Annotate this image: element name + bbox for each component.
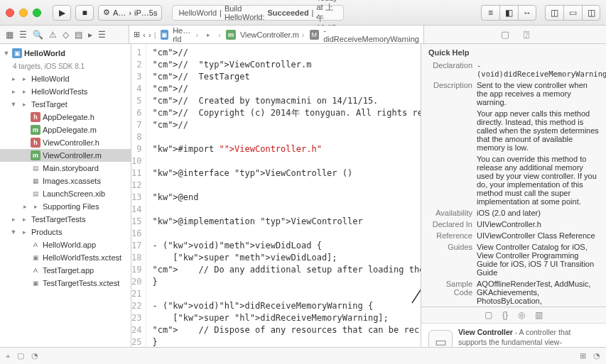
qh-reference-label: Reference	[428, 231, 472, 240]
filter-recent-icon[interactable]: ◔	[31, 351, 38, 360]
close-window-icon[interactable]	[6, 9, 14, 17]
qh-declaredin-label: Declared In	[428, 220, 472, 228]
inspector-tabs: ▢ ⍰	[424, 26, 606, 43]
grid-view-icon[interactable]: ⊞	[580, 351, 586, 360]
toggle-utilities-button[interactable]: ◫	[582, 5, 600, 21]
project-navigator[interactable]: ▼▣ HelloWorld 4 targets, iOS SDK 8.1 ▸▸H…	[0, 44, 131, 347]
add-button[interactable]: +	[6, 352, 10, 360]
qh-declaration: - (void)didReceiveMemoryWarning	[477, 61, 606, 78]
source-editor[interactable]: 1 2 3 4 5 6 7 8 9 10 11 12 13 14 15 16 1…	[131, 44, 421, 347]
related-items-icon[interactable]: ⊞	[134, 30, 140, 39]
qh-description2: Your app never calls this method directl…	[477, 109, 599, 152]
qh-declaredin: UIViewController.h	[477, 220, 599, 228]
scheme-app: A…	[113, 9, 126, 17]
tree-group[interactable]: ▸▸HelloWorldTests	[0, 85, 131, 98]
filter-field-icon[interactable]: ◔	[593, 351, 600, 360]
utilities-inspector: Quick Help Declaration- (void)didReceive…	[421, 44, 606, 347]
crumb-project-icon: ▣	[161, 30, 168, 40]
object-library-icon[interactable]: ◎	[518, 310, 525, 320]
code-area[interactable]: "cm">// "cm">// "typ">ViewController.m "…	[146, 44, 421, 347]
breakpoint-navigator-icon[interactable]: ▸	[88, 30, 92, 40]
qh-availability: iOS (2.0 and later)	[477, 209, 599, 217]
standard-editor-button[interactable]: ≡	[481, 5, 499, 21]
quick-help-inspector-icon[interactable]: ⍰	[524, 29, 529, 40]
activity-status: HelloWorld | Build HelloWorld: Succeeded…	[172, 5, 343, 21]
library-tabs: ▢ {} ◎ ▥	[421, 307, 606, 323]
tree-group[interactable]: ▼▸TestTarget	[0, 98, 131, 111]
tree-file[interactable]: ▣HelloWorldTests.xctest	[0, 251, 131, 264]
tree-file[interactable]: ▸▸Supporting Files	[0, 200, 131, 213]
editor-mode-group: ≡ ◧ ↔	[481, 5, 536, 21]
scheme-selector[interactable]: ⚙ A… › iP…5s	[98, 5, 162, 21]
code-snippet-library-icon[interactable]: {}	[502, 310, 508, 320]
tree-file[interactable]: AHelloWorld.app	[0, 238, 131, 251]
project-navigator-icon[interactable]: ▦	[6, 30, 13, 40]
status-project: HelloWorld	[178, 9, 217, 17]
navigator-tabs: ▦ ☰ 🔍 ⚠ ◇ ▤ ▸ ☰	[0, 26, 129, 43]
qh-description: Sent to the view controller when the app…	[477, 81, 599, 106]
tree-group[interactable]: ▼▸Products	[0, 226, 131, 238]
tree-file[interactable]: ▤Main.storyboard	[0, 162, 131, 175]
toggle-navigator-button[interactable]: ◫	[545, 5, 563, 21]
crumb-method-icon: M	[310, 30, 320, 40]
crumb-file-icon: m	[226, 30, 236, 40]
qh-samplecode: AQOfflineRenderTest, AddMusic, GKAchieve…	[477, 280, 599, 305]
file-inspector-icon[interactable]: ▢	[501, 29, 509, 40]
media-library-icon[interactable]: ▥	[535, 310, 543, 320]
app-icon: ⚙	[103, 8, 110, 17]
scheme-destination: iP…5s	[134, 9, 157, 17]
crumb-file[interactable]: ViewController.m	[240, 31, 299, 39]
file-template-library-icon[interactable]: ▢	[485, 310, 492, 320]
crumb-folder-icon: ▸	[203, 30, 213, 40]
find-navigator-icon[interactable]: 🔍	[33, 30, 43, 40]
log-navigator-icon[interactable]: ☰	[98, 30, 106, 40]
panel-toggle-group: ◫ ▭ ◫	[545, 5, 600, 21]
qh-declaration-label: Declaration	[428, 61, 472, 78]
assistant-editor-button[interactable]: ◧	[499, 5, 518, 21]
qh-reference: UIViewController Class Reference	[477, 231, 599, 240]
library-item-icon: ▭	[428, 330, 453, 347]
tree-group[interactable]: ▸▸TestTargetTests	[0, 213, 131, 226]
stop-button[interactable]: ■	[75, 5, 94, 21]
line-gutter: 1 2 3 4 5 6 7 8 9 10 11 12 13 14 15 16 1…	[131, 44, 146, 347]
bottom-bar: + ▢ ◔ ⊞ ◔	[0, 347, 606, 364]
tree-file[interactable]: ▣TestTargetTests.xctest	[0, 277, 131, 289]
chevron-right-icon: ›	[129, 9, 131, 17]
crumb-project[interactable]: He…rld	[173, 26, 193, 43]
crumb-symbol[interactable]: -didReceiveMemoryWarning	[323, 26, 419, 43]
tree-file[interactable]: ▤LaunchScreen.xib	[0, 187, 131, 200]
jump-bar[interactable]: ⊞ ‹ › | ▣He…rld › ▸ › mViewController.m …	[129, 26, 424, 43]
secondary-toolbar: ▦ ☰ 🔍 ⚠ ◇ ▤ ▸ ☰ ⊞ ‹ › | ▣He…rld › ▸ › mV…	[0, 26, 606, 44]
qh-guides: View Controller Catalog for iOS, View Co…	[477, 243, 599, 277]
library-item[interactable]: ▭View Controller - A controller that sup…	[421, 323, 606, 347]
status-build-label: Build HelloWorld:	[224, 4, 265, 21]
qh-description3: You can override this method to release …	[477, 155, 599, 206]
minimize-window-icon[interactable]	[19, 9, 28, 17]
tree-file[interactable]: hAppDelegate.h	[0, 111, 131, 123]
main-area: ▼▣ HelloWorld 4 targets, iOS SDK 8.1 ▸▸H…	[0, 44, 606, 347]
debug-navigator-icon[interactable]: ▤	[75, 30, 82, 40]
tree-file[interactable]: hViewController.h	[0, 136, 131, 149]
project-name: HelloWorld	[24, 49, 65, 57]
forward-button[interactable]: ›	[148, 31, 151, 39]
run-button[interactable]: ▶	[53, 5, 71, 21]
tree-group[interactable]: ▸▸HelloWorld	[0, 72, 131, 85]
traffic-lights	[6, 9, 41, 17]
project-subtitle: 4 targets, iOS SDK 8.1	[13, 62, 85, 70]
qh-description-label: Description	[428, 81, 472, 106]
project-root-row[interactable]: ▼▣ HelloWorld	[0, 47, 131, 60]
symbol-navigator-icon[interactable]: ☰	[19, 30, 27, 40]
version-editor-button[interactable]: ↔	[518, 5, 536, 21]
issue-navigator-icon[interactable]: ⚠	[49, 30, 57, 40]
quick-help-title: Quick Help	[421, 44, 606, 60]
filter-scope-icon[interactable]: ▢	[17, 351, 24, 360]
qh-guides-label: Guides	[428, 243, 472, 277]
tree-file[interactable]: mViewController.m	[0, 149, 131, 162]
tree-file[interactable]: ATestTarget.app	[0, 264, 131, 277]
toggle-debug-button[interactable]: ▭	[563, 5, 582, 21]
tree-file[interactable]: mAppDelegate.m	[0, 123, 131, 136]
test-navigator-icon[interactable]: ◇	[63, 30, 69, 40]
back-button[interactable]: ‹	[143, 31, 146, 39]
tree-file[interactable]: ▦Images.xcassets	[0, 175, 131, 187]
zoom-window-icon[interactable]	[33, 9, 41, 17]
